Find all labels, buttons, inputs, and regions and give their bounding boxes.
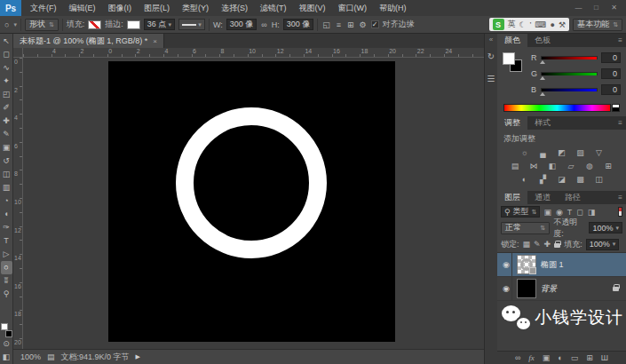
layer-row-background[interactable]: ◉ 背景 <box>497 277 626 301</box>
menu-item-5[interactable]: 选择(S) <box>215 0 254 16</box>
filter-smart-icon[interactable]: ◨ <box>588 208 596 217</box>
opacity-field[interactable]: 100% ▾ <box>589 222 622 233</box>
lasso-tool[interactable]: ∿ <box>1 61 12 75</box>
status-arrow-icon[interactable]: ▶ <box>136 353 140 360</box>
gradient-map-icon[interactable]: ▩ <box>574 175 586 185</box>
lock-transparency-icon[interactable]: ▦ <box>523 240 531 249</box>
gradient-tool[interactable]: ▥ <box>1 181 12 194</box>
brightness-contrast-icon[interactable]: ☼ <box>519 148 530 158</box>
eraser-tool[interactable]: ◫ <box>1 168 12 181</box>
path-operations-icon[interactable]: ◱ <box>321 20 331 29</box>
delete-layer-icon[interactable]: Ш <box>601 353 608 362</box>
minimize-button[interactable]: — <box>571 2 586 14</box>
quick-selection-tool[interactable]: ✦ <box>1 75 12 88</box>
zoom-tool[interactable]: ⚲ <box>1 288 12 301</box>
selective-color-icon[interactable]: ◫ <box>593 175 605 185</box>
vibrance-icon[interactable]: ▽ <box>593 148 605 158</box>
channel-value-field[interactable]: 0 <box>601 52 621 63</box>
layer-thumbnail[interactable] <box>517 279 536 298</box>
path-align-icon[interactable]: ≡ <box>336 20 342 29</box>
shape-width-field[interactable]: 300 像 <box>226 19 258 30</box>
dodge-tool[interactable]: ◖ <box>1 208 12 221</box>
layer-thumbnail[interactable] <box>517 255 536 274</box>
color-swatch-pair[interactable] <box>503 52 524 75</box>
tool-mode-select[interactable]: 形状 ⇅ <box>25 19 59 31</box>
menu-item-3[interactable]: 图层(L) <box>138 0 176 16</box>
channel-slider[interactable] <box>541 72 598 75</box>
stroke-width-field[interactable]: 36 点 ▾ <box>144 19 175 30</box>
tab-adjustments[interactable]: 调整 <box>497 116 527 130</box>
panel-menu-icon[interactable]: ≡ <box>618 36 626 44</box>
filter-shape-icon[interactable]: ◻ <box>576 208 582 217</box>
white-circle-shape[interactable] <box>176 107 327 258</box>
channel-value-field[interactable]: 0 <box>601 68 621 79</box>
zoom-level-field[interactable]: 100% <box>20 352 41 361</box>
workspace-select[interactable]: 基本功能 ⇅ <box>573 19 622 31</box>
menu-item-9[interactable]: 帮助(H) <box>373 0 413 16</box>
link-layers-icon[interactable]: ∞ <box>515 353 520 362</box>
adjustment-layer-icon[interactable]: ◐ <box>558 353 562 362</box>
lock-position-icon[interactable]: ✚ <box>544 240 551 249</box>
history-brush-tool[interactable]: ↺ <box>1 154 12 168</box>
slider-marker-icon[interactable] <box>540 92 545 96</box>
crop-tool[interactable]: ◰ <box>1 88 12 101</box>
filter-type-icon[interactable]: T <box>567 208 573 217</box>
foreground-color-swatch[interactable] <box>503 52 515 65</box>
filter-toggle-switch[interactable] <box>618 207 622 217</box>
channel-slider[interactable] <box>541 56 598 59</box>
align-edges-checkbox[interactable]: ✓ <box>371 20 379 28</box>
ime-punct-icon[interactable]: ’ <box>530 20 532 29</box>
tab-close-icon[interactable]: × <box>153 37 157 45</box>
brush-tool[interactable]: ✎ <box>1 128 12 141</box>
tab-layers[interactable]: 图层 <box>497 191 527 204</box>
fill-field[interactable]: 100% ▾ <box>586 239 620 250</box>
lock-pixels-icon[interactable]: ✎ <box>534 240 541 249</box>
layer-name[interactable]: 背景 <box>541 283 557 295</box>
properties-panel-icon[interactable]: ☰ <box>487 74 495 83</box>
layer-style-icon[interactable]: fx <box>528 353 535 362</box>
marquee-tool[interactable]: ◻ <box>1 48 12 61</box>
fill-swatch-none[interactable] <box>88 20 101 29</box>
ime-wrench-icon[interactable]: ⚒ <box>559 20 566 29</box>
filter-adjustment-icon[interactable]: ◉ <box>556 208 563 217</box>
screen-mode-icon[interactable]: ◧ <box>1 351 12 364</box>
channel-slider[interactable] <box>541 88 598 91</box>
tab-styles[interactable]: 样式 <box>527 116 558 130</box>
ime-language-toggle[interactable]: 英 <box>508 19 516 30</box>
foreground-color-swatch[interactable] <box>1 323 8 330</box>
close-button[interactable]: ✕ <box>606 2 622 14</box>
layer-row-ellipse[interactable]: ◉ 椭圆 1 <box>497 253 626 277</box>
panel-menu-icon[interactable]: ≡ <box>618 119 626 127</box>
ime-keyboard-icon[interactable]: ⌨ <box>535 20 547 29</box>
quick-mask-icon[interactable]: ⊙ <box>1 337 12 351</box>
link-dimensions-icon[interactable]: ∞ <box>260 20 267 29</box>
blend-mode-select[interactable]: 正常 ⇅ <box>501 222 550 234</box>
tab-channels[interactable]: 通道 <box>527 191 558 204</box>
history-panel-icon[interactable]: ↻ <box>487 51 495 61</box>
sogou-input-icon[interactable]: S <box>493 19 504 30</box>
path-arrange-icon[interactable]: ⊞ <box>346 20 355 29</box>
foreground-background-swatches[interactable] <box>1 323 12 337</box>
menu-item-6[interactable]: 滤镜(T) <box>254 0 293 16</box>
hand-tool[interactable]: ʬ <box>1 274 12 288</box>
eyedropper-tool[interactable]: ✐ <box>1 101 12 115</box>
layer-mask-icon[interactable]: ▣ <box>543 353 551 362</box>
hue-saturation-icon[interactable]: ▤ <box>510 162 521 171</box>
visibility-eye-icon[interactable]: ◉ <box>501 253 512 276</box>
ime-moon-icon[interactable]: ☾ <box>519 20 527 29</box>
pen-tool[interactable]: ✑ <box>1 221 12 234</box>
document-canvas[interactable] <box>108 61 395 342</box>
clone-stamp-tool[interactable]: ▣ <box>1 141 12 154</box>
menu-item-7[interactable]: 视图(V) <box>293 0 332 16</box>
channel-mixer-icon[interactable]: ◍ <box>584 162 596 171</box>
slider-marker-icon[interactable] <box>540 76 545 80</box>
threshold-icon[interactable]: ◪ <box>556 175 567 185</box>
menu-item-4[interactable]: 类型(Y) <box>176 0 215 16</box>
ime-color-icon[interactable]: ● <box>551 20 555 29</box>
tool-preset-icon[interactable]: ○ <box>4 20 10 29</box>
document-tab[interactable]: 未标题-1 @ 100% (椭圆 1, RGB/8) * × <box>13 34 164 48</box>
layer-name[interactable]: 椭圆 1 <box>541 259 564 271</box>
blur-tool[interactable]: ◔ <box>1 194 12 208</box>
filter-pixel-icon[interactable]: ▣ <box>543 208 551 217</box>
black-white-icon[interactable]: ◧ <box>547 162 559 171</box>
